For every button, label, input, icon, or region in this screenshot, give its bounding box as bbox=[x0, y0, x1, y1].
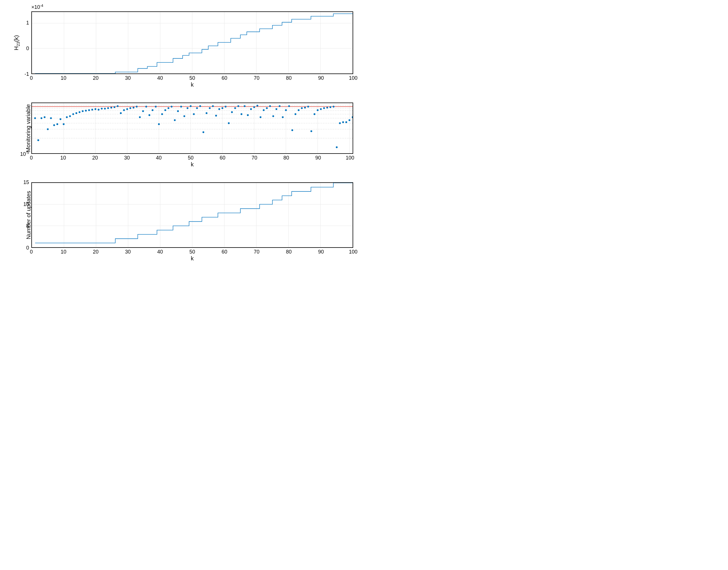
xtick-label: 100 bbox=[346, 155, 354, 161]
svg-point-82 bbox=[187, 107, 188, 109]
xtick-label: 50 bbox=[190, 249, 195, 255]
svg-point-74 bbox=[161, 113, 163, 115]
xtick-label: 30 bbox=[125, 75, 131, 81]
svg-point-84 bbox=[193, 113, 195, 115]
svg-point-125 bbox=[323, 107, 325, 109]
xtick-label: 20 bbox=[93, 75, 98, 81]
svg-point-58 bbox=[110, 107, 112, 108]
svg-point-66 bbox=[136, 106, 137, 107]
ylabel-bot: Number of updates bbox=[25, 191, 32, 239]
svg-point-39 bbox=[50, 117, 52, 119]
svg-point-73 bbox=[158, 123, 160, 125]
svg-point-76 bbox=[167, 107, 169, 109]
svg-point-100 bbox=[244, 105, 246, 107]
svg-point-65 bbox=[133, 107, 134, 108]
xtick-label: 0 bbox=[30, 155, 33, 161]
svg-point-69 bbox=[145, 106, 147, 107]
plot-area bbox=[31, 182, 353, 248]
svg-point-67 bbox=[139, 116, 141, 118]
xtick-label: 0 bbox=[30, 75, 33, 81]
svg-point-119 bbox=[304, 107, 306, 108]
svg-point-132 bbox=[346, 121, 347, 123]
plot-area bbox=[31, 11, 353, 74]
svg-point-129 bbox=[336, 147, 338, 148]
xtick-label: 90 bbox=[318, 75, 324, 81]
xtick-label: 60 bbox=[220, 155, 225, 161]
xtick-label: 50 bbox=[190, 75, 195, 81]
svg-point-64 bbox=[129, 107, 131, 109]
svg-point-97 bbox=[234, 107, 236, 109]
svg-point-41 bbox=[56, 123, 58, 125]
svg-point-91 bbox=[215, 115, 217, 116]
svg-point-51 bbox=[88, 109, 90, 111]
svg-point-134 bbox=[352, 116, 353, 118]
xtick-label: 20 bbox=[92, 155, 98, 161]
svg-point-62 bbox=[123, 109, 125, 111]
xtick-label: 0 bbox=[30, 249, 33, 255]
plot-area bbox=[31, 102, 353, 154]
svg-point-120 bbox=[307, 106, 309, 107]
svg-point-96 bbox=[231, 111, 233, 113]
xtick-label: 60 bbox=[222, 249, 227, 255]
xtick-label: 10 bbox=[60, 155, 66, 161]
ytick-label: 10-5 bbox=[20, 151, 29, 157]
svg-point-88 bbox=[206, 112, 207, 114]
svg-point-123 bbox=[317, 109, 318, 111]
svg-point-130 bbox=[339, 122, 341, 124]
svg-point-68 bbox=[142, 110, 144, 112]
xtick-label: 100 bbox=[349, 249, 357, 255]
svg-point-111 bbox=[279, 105, 280, 107]
svg-point-107 bbox=[266, 107, 268, 109]
chart-top: ×10-4 H23(k) k 0102030405060708090100-10… bbox=[31, 11, 353, 74]
svg-point-126 bbox=[326, 107, 328, 108]
svg-point-55 bbox=[101, 108, 102, 109]
xtick-label: 40 bbox=[157, 249, 163, 255]
svg-point-78 bbox=[174, 119, 175, 121]
xlabel-top: k bbox=[191, 81, 194, 88]
xlabel-bot: k bbox=[191, 255, 194, 262]
chart-bot: Number of updates k 01020304050607080901… bbox=[31, 182, 353, 248]
svg-point-105 bbox=[260, 116, 262, 118]
svg-point-59 bbox=[114, 106, 115, 108]
xtick-label: 30 bbox=[124, 155, 130, 161]
xtick-label: 70 bbox=[254, 75, 260, 81]
svg-point-104 bbox=[256, 105, 258, 106]
svg-point-71 bbox=[151, 109, 153, 111]
svg-point-94 bbox=[225, 106, 227, 107]
svg-point-118 bbox=[301, 107, 303, 109]
svg-point-48 bbox=[79, 111, 80, 113]
svg-point-46 bbox=[72, 113, 74, 115]
svg-point-109 bbox=[272, 115, 274, 117]
xtick-label: 90 bbox=[315, 155, 321, 161]
svg-point-108 bbox=[269, 105, 271, 107]
xtick-label: 70 bbox=[252, 155, 257, 161]
svg-point-60 bbox=[117, 105, 118, 107]
svg-point-36 bbox=[40, 117, 42, 119]
svg-point-75 bbox=[164, 109, 166, 111]
svg-point-45 bbox=[69, 115, 71, 117]
ytick-label: 0 bbox=[26, 46, 29, 51]
svg-point-122 bbox=[314, 113, 315, 115]
svg-point-114 bbox=[288, 105, 290, 107]
xtick-label: 20 bbox=[93, 249, 98, 255]
svg-point-79 bbox=[177, 110, 179, 112]
svg-point-61 bbox=[120, 112, 122, 114]
svg-point-43 bbox=[63, 123, 64, 125]
ytick-label: 15 bbox=[23, 180, 29, 186]
svg-point-102 bbox=[250, 108, 252, 110]
svg-point-50 bbox=[85, 110, 87, 111]
xtick-label: 100 bbox=[349, 75, 357, 81]
svg-point-56 bbox=[104, 108, 106, 109]
svg-point-131 bbox=[342, 121, 344, 123]
svg-point-37 bbox=[44, 116, 45, 118]
svg-point-95 bbox=[228, 122, 230, 124]
svg-point-121 bbox=[311, 130, 312, 132]
xtick-label: 90 bbox=[318, 249, 324, 255]
xlabel-mid: k bbox=[191, 161, 194, 168]
svg-point-81 bbox=[184, 115, 185, 117]
xtick-label: 40 bbox=[157, 75, 163, 81]
svg-point-47 bbox=[75, 112, 77, 114]
svg-point-54 bbox=[98, 109, 99, 110]
svg-point-93 bbox=[222, 107, 223, 109]
svg-point-92 bbox=[219, 108, 220, 110]
